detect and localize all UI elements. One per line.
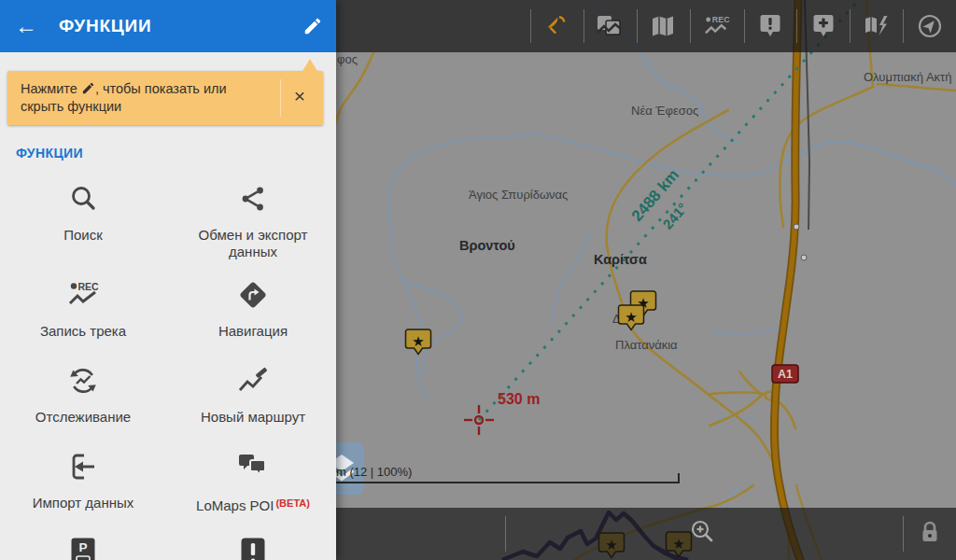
map-scale-tick [678, 473, 680, 483]
tooltip-pointer [302, 59, 317, 71]
functions-panel: ← ФУНКЦИИ Нажмите , чтобы показать или с… [0, 0, 336, 560]
lock-icon [920, 520, 940, 546]
share-icon [239, 185, 267, 213]
waypoint-marker[interactable]: ★ [406, 329, 431, 355]
toolbar-separator [583, 9, 584, 43]
star-icon: ★ [412, 333, 424, 349]
alert-bubble-icon [758, 13, 782, 39]
toolbar-separator [850, 9, 851, 43]
edit-pencil-button[interactable] [302, 16, 323, 36]
lock-map-button[interactable] [920, 520, 940, 546]
compass-arrow-icon [917, 13, 943, 39]
svg-text:A1: A1 [778, 368, 793, 381]
svg-text:241°: 241° [659, 200, 690, 232]
svg-text:Πλατανάκια: Πλατανάκια [615, 338, 678, 352]
tooltip-separator [280, 79, 281, 117]
toolbar-separator [744, 9, 745, 43]
measure-distance-label: 530 m [498, 391, 540, 407]
tracks-manager-button[interactable] [597, 13, 623, 39]
tooltip-text: Нажмите , чтобы показать или скрыть функ… [21, 80, 273, 116]
zoom-button[interactable] [689, 518, 717, 546]
svg-text:Βροντού: Βροντού [459, 238, 515, 253]
track-record-button[interactable]: REC [704, 13, 730, 39]
map-switch-icon [864, 14, 890, 38]
parking-icon: P [71, 538, 95, 560]
lomaps-poi-icon [237, 452, 269, 482]
bottombar-separator [903, 516, 904, 552]
function-item-warning[interactable] [241, 538, 265, 560]
search-icon [67, 183, 99, 215]
add-point-button[interactable] [810, 13, 836, 39]
bottombar-separator [505, 516, 506, 552]
map-scale-text: m (12 | 100%) [336, 465, 412, 479]
tooltip-text-prefix: Нажмите [21, 81, 77, 96]
track-record-icon: REC [704, 14, 730, 38]
poi-alert-button[interactable] [757, 13, 783, 39]
map-scale-line [280, 482, 680, 483]
waypoint-marker[interactable]: ★ [619, 305, 644, 330]
function-item-lomaps-poi[interactable]: LoMaps POI(BETA) [174, 441, 332, 514]
function-item-search[interactable]: Поиск [4, 173, 162, 244]
function-label: Поиск [13, 227, 153, 244]
quick-map-switch-button[interactable] [864, 13, 890, 39]
toolbar-separator [530, 9, 531, 43]
beta-badge: (BETA) [275, 497, 309, 509]
function-label: Запись трека [13, 323, 153, 340]
new-route-icon [237, 365, 269, 397]
roads [333, 0, 956, 560]
tracks-icon [597, 14, 623, 38]
svg-text:REC: REC [712, 15, 730, 24]
road-badge-a1: A1 [772, 365, 798, 383]
exclamation-icon [241, 538, 265, 560]
toolbar-separator [796, 9, 797, 43]
track-record-icon: REC [65, 280, 101, 310]
svg-text:Καρίτσα: Καρίτσα [594, 252, 647, 267]
function-item-new-route[interactable]: Новый маршрут [174, 355, 332, 426]
svg-text:φος: φος [337, 52, 358, 66]
tracking-icon [67, 365, 99, 397]
gps-button[interactable] [543, 13, 569, 39]
center-map-button[interactable] [917, 13, 943, 39]
back-button[interactable]: ← [14, 14, 38, 38]
function-item-parking[interactable]: P [71, 538, 95, 560]
function-item-tracking[interactable]: Отслеживание [4, 355, 162, 426]
panel-header: ← ФУНКЦИИ [0, 0, 336, 52]
hint-tooltip: Нажмите , чтобы показать или скрыть функ… [7, 71, 323, 125]
page-title: ФУНКЦИИ [59, 16, 151, 36]
bearing-labels: 2488 km 241° [628, 166, 691, 232]
toolbar-separator [637, 9, 638, 43]
function-label: Навигация [183, 323, 323, 340]
svg-text:REC: REC [78, 281, 100, 292]
highway-a1 [774, 0, 800, 560]
function-item-track-recording[interactable]: REC Запись трека [4, 269, 162, 340]
function-label: LoMaps POI(BETA) [183, 495, 323, 514]
function-item-navigation[interactable]: Навигация [174, 269, 332, 340]
map-icon [651, 15, 675, 37]
function-label: Импорт данных [13, 495, 153, 511]
star-icon: ★ [625, 309, 637, 325]
add-bubble-icon [811, 13, 836, 39]
satellite-dish-icon [544, 14, 569, 38]
navigation-icon [237, 279, 269, 311]
toolbar-separator [903, 9, 904, 43]
import-icon [68, 452, 98, 482]
pencil-icon [81, 81, 95, 95]
close-icon[interactable]: × [284, 85, 316, 107]
maps-manager-button[interactable] [650, 13, 676, 39]
function-label: Обмен и экспорт данных [183, 227, 323, 260]
svg-text:P: P [78, 540, 87, 554]
function-item-import-data[interactable]: Импорт данных [4, 441, 162, 511]
section-label-functions: ФУНКЦИИ [16, 146, 83, 161]
lomaps-poi-label: LoMaps POI [196, 497, 274, 513]
function-item-share-export[interactable]: Обмен и экспорт данных [174, 173, 332, 260]
toolbar-separator [690, 9, 691, 43]
svg-text:Άγιος Σπυρίδωνας: Άγιος Σπυρίδωνας [469, 188, 568, 202]
zoom-in-icon [689, 518, 717, 546]
svg-text:Ολυμπιακή Ακτή: Ολυμπιακή Ακτή [864, 70, 951, 84]
svg-text:Νέα Έφεσος: Νέα Έφεσος [631, 104, 698, 118]
function-label: Отслеживание [13, 409, 153, 426]
function-label: Новый маршрут [183, 409, 323, 426]
